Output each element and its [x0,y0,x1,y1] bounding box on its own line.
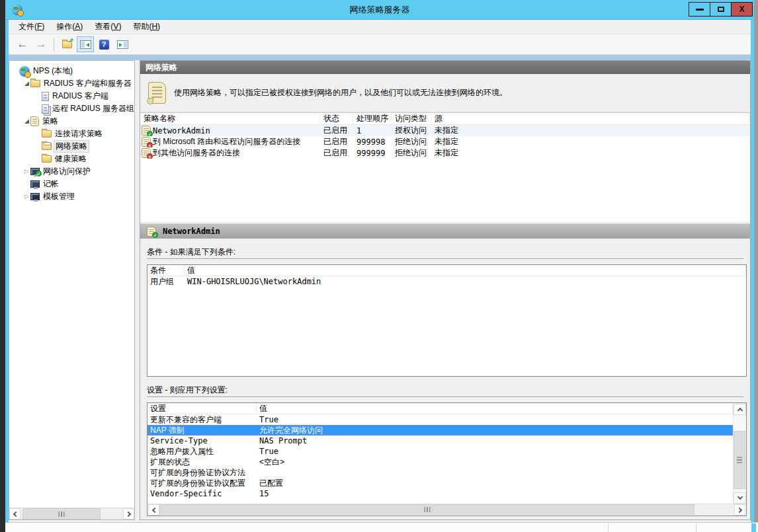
settings-horizontal-scrollbar[interactable] [148,504,745,515]
tree-item[interactable]: RADIUS 客户端 [9,90,134,102]
section-divider [147,397,743,398]
maximize-button[interactable] [710,2,732,17]
menu-item-file[interactable]: 文件(F) [13,20,50,34]
statusbar-divider [608,523,609,532]
scrollbar-track[interactable] [734,415,745,492]
column-header[interactable]: 策略名称 [140,113,320,124]
column-header[interactable]: 值 [185,265,746,276]
policy-row[interactable]: NetworkAdmin已启用1授权访问未指定 [140,125,750,136]
settings-table-header: 设置值 [147,403,733,414]
setting-value: True [257,447,733,456]
setting-name: 忽略用户拨入属性 [147,446,257,457]
console-tree-panel: NPS (本地)RADIUS 客户端和服务器RADIUS 客户端远程 RADIU… [9,60,135,520]
setting-name: 更新不兼容的客户端 [147,414,257,426]
tree-item[interactable]: 记帐 [9,178,134,190]
menu-item-help[interactable]: 帮助(H) [127,20,166,34]
tree-item[interactable]: NPS (本地) [9,65,134,77]
deny-badge-icon [147,142,153,147]
tree-horizontal-scrollbar[interactable] [9,508,134,519]
scrollbar-thumb[interactable] [734,431,745,489]
column-header[interactable]: 源 [431,113,750,124]
scrollbar-thumb[interactable] [22,508,101,519]
scroll-icon [30,116,39,126]
menu-item-view[interactable]: 查看(V) [89,20,127,34]
back-button[interactable] [14,36,31,52]
chevron-up-icon [737,408,742,413]
server-icon [42,92,49,101]
scrollbar-track[interactable] [21,508,123,519]
setting-name: 可扩展的身份验证协议方法 [147,467,257,478]
tree-item[interactable]: 远程 RADIUS 服务器组 [9,102,134,115]
deny-badge-icon [147,153,153,159]
close-button[interactable] [731,2,753,17]
scroll-right-button[interactable] [123,508,134,519]
condition-row[interactable]: 用户组WIN-GHOISRLUOJG\NetworkAdmin [147,276,746,287]
chevron-down-icon [737,494,742,500]
tree-item[interactable]: 连接请求策略 [9,128,134,140]
policy-row[interactable]: 到其他访问服务器的连接已启用999999拒绝访问未指定 [140,147,750,159]
pane-splitter[interactable] [135,60,140,520]
console-tree-toggle-button[interactable] [77,36,94,52]
tree-item[interactable]: RADIUS 客户端和服务器 [9,77,134,90]
minimize-button[interactable] [689,2,710,17]
expander-collapsed-icon[interactable] [23,193,30,200]
scroll-left-button[interactable] [9,508,21,519]
tree-item[interactable]: 网络访问保护 [9,165,134,178]
tree-item[interactable]: 策略 [9,115,134,128]
help-button[interactable] [95,36,112,52]
export-list-button[interactable] [58,36,75,52]
policy-name-cell: 到 Microsoft 路由和远程访问服务器的连接 [140,136,320,147]
setting-row[interactable]: 扩展的状态<空白> [147,457,733,467]
policy-name: NetworkAdmin [153,126,210,135]
action-pane-toggle-button[interactable] [114,36,131,52]
tree-item-label: 健康策略 [55,153,87,165]
policy-row[interactable]: 到 Microsoft 路由和远程访问服务器的连接已启用999998拒绝访问未指… [140,136,750,147]
setting-row[interactable]: 可扩展的身份验证协议方法 [147,467,733,478]
scroll-right-button[interactable] [734,504,745,515]
settings-table-body: 更新不兼容的客户端TrueNAP 强制允许完全网络访问Service-TypeN… [147,414,733,499]
column-header[interactable]: 设置 [147,403,257,414]
policy-processing-order: 999998 [353,136,392,147]
setting-row[interactable]: 忽略用户拨入属性True [147,446,733,457]
expander-collapsed-icon[interactable] [23,168,30,175]
tree-item-label: 远程 RADIUS 服务器组 [52,103,134,114]
maximize-icon [718,7,724,12]
toolbar-separator [54,38,54,51]
export-list-icon [62,41,72,48]
setting-row[interactable]: Service-TypeNAS Prompt [147,436,733,446]
settings-vertical-scrollbar[interactable] [733,404,745,504]
scrollbar-track[interactable] [159,504,734,515]
column-header[interactable]: 状态 [320,113,353,124]
setting-value: NAS Prompt [257,436,733,445]
setting-row[interactable]: Vendor-Specific15 [147,488,733,499]
column-header[interactable]: 值 [257,403,733,414]
selected-policy-title: NetworkAdmin [163,227,220,236]
menu-item-action[interactable]: 操作(A) [50,20,89,34]
setting-value: <空白> [257,457,733,468]
tree-item[interactable]: 网络策略 [9,140,134,153]
forward-button[interactable] [32,36,50,52]
column-header[interactable]: 访问类型 [392,113,431,124]
tree-item-label: RADIUS 客户端和服务器 [44,78,132,89]
policy-processing-order: 999999 [353,147,392,159]
scrollbar-thumb[interactable] [159,504,695,515]
tree-item[interactable]: 模板管理 [9,190,134,203]
scroll-up-button[interactable] [734,404,746,415]
expander-expanded-icon[interactable] [23,118,30,125]
setting-row[interactable]: 更新不兼容的客户端True [147,414,733,425]
tree-item[interactable]: 健康策略 [9,153,134,165]
scroll-left-button[interactable] [148,504,159,515]
expander-expanded-icon[interactable] [23,80,30,87]
setting-row[interactable]: NAP 强制允许完全网络访问 [147,425,733,436]
policy-status: 已启用 [320,136,353,147]
setting-name: 扩展的状态 [147,457,257,468]
conditions-label: 条件 - 如果满足下列条件: [147,247,743,256]
tree-item-label: 网络访问保护 [43,166,91,177]
server-group-icon [42,104,49,114]
policy-name: 到 Microsoft 路由和远程访问服务器的连接 [153,136,300,147]
scroll-down-button[interactable] [734,492,746,504]
window-inner-strip [9,55,751,60]
setting-row[interactable]: 可扩展的身份验证协议配置已配置 [147,478,733,488]
column-header[interactable]: 条件 [147,265,185,276]
column-header[interactable]: 处理顺序 [353,113,392,124]
